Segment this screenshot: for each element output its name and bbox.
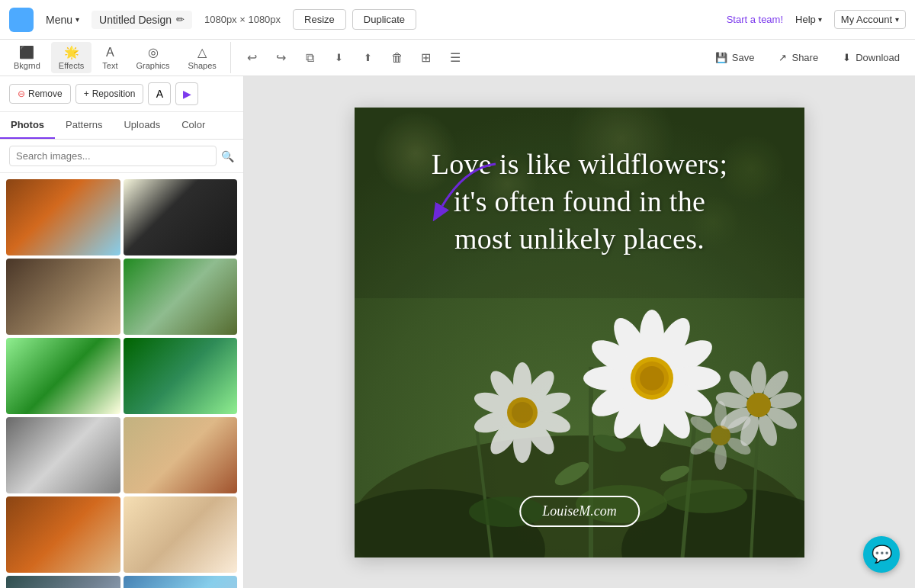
search-icon[interactable]: 🔍	[221, 150, 234, 162]
shapes-label: Shapes	[188, 61, 217, 70]
tab-uploads[interactable]: Uploads	[113, 112, 171, 139]
svg-point-53	[746, 393, 771, 417]
svg-point-43	[512, 402, 533, 423]
image-button[interactable]: ▶	[175, 82, 198, 105]
svg-point-31	[640, 366, 664, 390]
remove-button[interactable]: ⊖ Remove	[9, 84, 71, 104]
bkgrnd-icon: ⬛	[19, 45, 34, 59]
chat-button[interactable]: 💬	[863, 536, 900, 573]
edit-title-icon: ✏	[176, 14, 185, 25]
account-button[interactable]: My Account ▾	[834, 10, 906, 29]
download-label: Download	[856, 52, 900, 63]
photo-item[interactable]	[6, 338, 120, 414]
photo-item[interactable]	[124, 576, 238, 588]
reposition-icon: +	[84, 88, 89, 99]
search-bar: 🔍	[0, 140, 243, 173]
svg-point-63	[663, 480, 747, 513]
canvas-area: Love is like wildflowers; it's often fou…	[244, 76, 915, 588]
save-icon: 💾	[715, 52, 727, 63]
grid-button[interactable]: ⊞	[414, 46, 438, 70]
redo-button[interactable]: ↪	[269, 46, 294, 70]
photo-item[interactable]	[6, 179, 120, 255]
menu-label: Menu	[46, 14, 72, 26]
svg-point-57	[714, 444, 727, 470]
align-button[interactable]: ☰	[443, 46, 467, 70]
quote-line2: it's often found in the	[454, 185, 705, 217]
attribution-text: LouiseM.com	[542, 503, 617, 519]
graphics-icon: ◎	[148, 45, 159, 59]
save-button[interactable]: 💾 Save	[706, 48, 764, 67]
layer-down-button[interactable]: ⬇	[327, 46, 352, 70]
photo-item[interactable]	[124, 496, 238, 573]
effects-icon: 🌟	[64, 45, 79, 59]
tab-color[interactable]: Color	[171, 112, 216, 139]
remove-icon: ⊖	[18, 88, 25, 99]
search-input[interactable]	[9, 146, 217, 166]
photo-item[interactable]	[124, 259, 238, 335]
share-label: Share	[791, 52, 818, 63]
photo-item[interactable]	[124, 417, 238, 493]
save-label: Save	[732, 52, 755, 63]
photo-item[interactable]	[6, 576, 120, 588]
help-button[interactable]: Help ▾	[789, 11, 828, 28]
main-toolbar: ⬛ Bkgrnd 🌟 Effects A Text ◎ Graphics △ S…	[0, 40, 915, 76]
top-navigation: Menu ▾ Untitled Design ✏ 1080px × 1080px…	[0, 0, 915, 40]
panel-btn-effects[interactable]: 🌟 Effects	[51, 42, 92, 73]
reposition-button[interactable]: + Reposition	[75, 84, 144, 104]
panel-buttons: ⬛ Bkgrnd 🌟 Effects A Text ◎ Graphics △ S…	[6, 42, 231, 73]
download-icon: ⬇	[843, 52, 851, 63]
text-icon: A	[106, 46, 114, 59]
menu-button[interactable]: Menu ▾	[40, 11, 85, 29]
canvas-text-overlay: Love is like wildflowers; it's often fou…	[355, 130, 804, 274]
tab-patterns[interactable]: Patterns	[55, 112, 113, 139]
chat-icon: 💬	[872, 545, 892, 564]
duplicate-button[interactable]: Duplicate	[352, 9, 416, 30]
start-team-link[interactable]: Start a team!	[727, 14, 783, 25]
svg-point-54	[714, 401, 727, 427]
sidebar: ⊖ Remove + Reposition A ▶ Photos Pattern…	[0, 76, 244, 588]
resize-button[interactable]: Resize	[293, 9, 346, 30]
panel-btn-bkgrnd[interactable]: ⬛ Bkgrnd	[6, 42, 48, 73]
design-canvas[interactable]: Love is like wildflowers; it's often fou…	[355, 108, 804, 557]
panel-btn-shapes[interactable]: △ Shapes	[181, 42, 224, 73]
canvas-attribution: LouiseM.com	[519, 496, 640, 527]
share-icon: ↗	[779, 52, 787, 63]
layers-button[interactable]: ⧉	[298, 46, 323, 70]
panel-btn-graphics[interactable]: ◎ Graphics	[128, 42, 177, 73]
svg-point-60	[711, 426, 730, 445]
graphics-label: Graphics	[136, 61, 169, 70]
effects-label: Effects	[59, 61, 84, 70]
photo-item[interactable]	[124, 338, 238, 414]
svg-point-44	[751, 361, 766, 395]
remove-label: Remove	[28, 88, 63, 99]
main-area: ⊖ Remove + Reposition A ▶ Photos Pattern…	[0, 76, 915, 588]
share-button[interactable]: ↗ Share	[769, 48, 827, 67]
text-overlay-button[interactable]: A	[148, 82, 171, 105]
toolbar-actions: ↩ ↪ ⧉ ⬇ ⬆ 🗑 ⊞ ☰	[234, 46, 697, 70]
shapes-icon: △	[197, 45, 207, 59]
photo-item[interactable]	[124, 179, 238, 255]
quote-line1: Love is like wildflowers;	[432, 148, 727, 180]
account-label: My Account	[841, 14, 892, 25]
sidebar-tabs: Photos Patterns Uploads Color	[0, 112, 243, 140]
design-title: Untitled Design	[99, 14, 172, 26]
photo-grid	[0, 173, 243, 588]
photo-item[interactable]	[6, 496, 120, 573]
delete-button[interactable]: 🗑	[385, 46, 409, 70]
text-label: Text	[102, 61, 117, 70]
account-chevron-icon: ▾	[895, 15, 899, 24]
photo-item[interactable]	[6, 417, 120, 493]
reposition-label: Reposition	[92, 88, 136, 99]
help-chevron-icon: ▾	[818, 15, 822, 24]
bkgrnd-label: Bkgrnd	[14, 61, 40, 70]
layer-up-button[interactable]: ⬆	[356, 46, 380, 70]
photo-item[interactable]	[6, 259, 120, 335]
panel-btn-text[interactable]: A Text	[95, 43, 125, 73]
download-button[interactable]: ⬇ Download	[833, 48, 909, 67]
toolbar-right-actions: 💾 Save ↗ Share ⬇ Download	[700, 48, 909, 67]
help-label: Help	[795, 14, 816, 25]
undo-button[interactable]: ↩	[240, 46, 265, 70]
design-title-area[interactable]: Untitled Design ✏	[92, 11, 192, 29]
sidebar-actions-bar: ⊖ Remove + Reposition A ▶	[0, 76, 243, 112]
tab-photos[interactable]: Photos	[0, 112, 55, 139]
